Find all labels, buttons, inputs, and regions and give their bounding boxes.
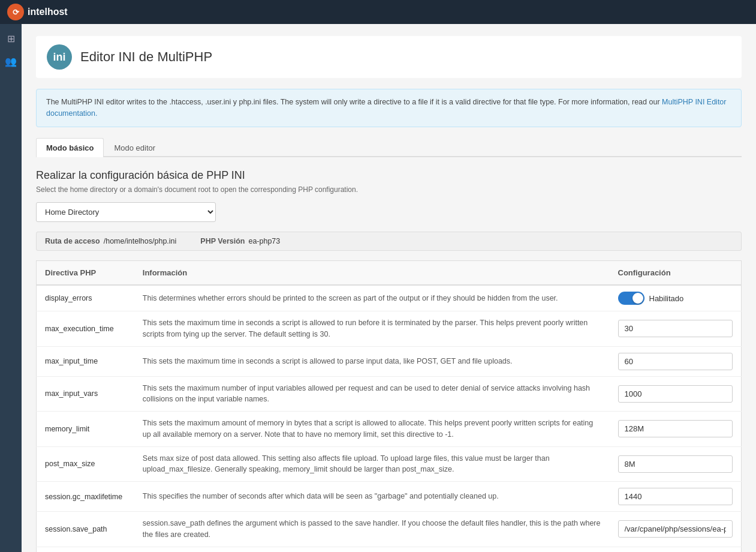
cell-config	[610, 311, 742, 347]
cell-directive: max_input_time	[37, 346, 134, 376]
main-content: ini Editor INI de MultiPHP The MultiPHP …	[22, 24, 756, 552]
cell-config	[610, 482, 742, 512]
cell-directive: upload_max_filesize	[37, 547, 134, 552]
cell-directive: session.save_path	[37, 512, 134, 547]
page-header-icon: ini	[47, 44, 72, 70]
path-bar: Ruta de acceso /home/intelhos/php.ini PH…	[36, 232, 742, 251]
table-row: session.save_pathsession.save_path defin…	[37, 512, 742, 547]
table-row: display_errorsThis determines whether er…	[37, 285, 742, 311]
cell-config	[610, 412, 742, 447]
config-input-session.gc_maxlifetime[interactable]	[618, 488, 733, 505]
cell-info: The maximum size of an uploaded file.	[134, 547, 610, 552]
cell-directive: max_execution_time	[37, 311, 134, 347]
page-header: ini Editor INI de MultiPHP	[36, 36, 742, 78]
cell-config	[610, 547, 742, 552]
sidebar-users-icon[interactable]: 👥	[2, 53, 19, 70]
config-input-max_input_time[interactable]	[618, 353, 733, 370]
config-table: Directiva PHP Información Configuración …	[36, 260, 742, 553]
table-row: max_input_timeThis sets the maximum time…	[37, 346, 742, 376]
cell-info: This sets the maximum time in seconds a …	[134, 346, 610, 376]
col-header-info: Información	[134, 260, 610, 285]
config-input-post_max_size[interactable]	[618, 455, 733, 473]
table-row: max_input_varsThis sets the maximum numb…	[37, 376, 742, 412]
col-header-directive: Directiva PHP	[37, 260, 134, 285]
info-banner: The MultiPHP INI editor writes to the .h…	[36, 89, 742, 127]
cell-config: Habilitado	[610, 285, 742, 311]
toggle-wrapper: Habilitado	[618, 292, 733, 305]
sidebar-grid-icon[interactable]: ⊞	[2, 30, 19, 47]
path-bar-ruta-label: Ruta de acceso	[45, 237, 100, 245]
path-bar-ruta: Ruta de acceso /home/intelhos/php.ini	[45, 237, 176, 245]
table-row: upload_max_filesizeThe maximum size of a…	[37, 547, 742, 552]
sidebar: ⊞ 👥	[0, 24, 22, 552]
toggle-switch[interactable]	[618, 292, 644, 305]
toggle-label: Habilitado	[649, 294, 684, 303]
cell-info: This sets the maximum number of input va…	[134, 376, 610, 412]
config-input-max_input_vars[interactable]	[618, 385, 733, 403]
cell-directive: post_max_size	[37, 446, 134, 482]
section-subtitle: Select the home directory or a domain's …	[36, 185, 742, 194]
cell-config	[610, 346, 742, 376]
col-header-config: Configuración	[610, 260, 742, 285]
logo-text: intelhost	[28, 7, 68, 17]
section-title: Realizar la configuración básica de PHP …	[36, 169, 742, 182]
directory-select[interactable]: Home Directory	[36, 202, 216, 222]
cell-directive: display_errors	[37, 285, 134, 311]
path-bar-ruta-value: /home/intelhos/php.ini	[104, 237, 177, 245]
cell-info: Sets max size of post data allowed. This…	[134, 446, 610, 482]
path-bar-php-value: ea-php73	[248, 237, 280, 245]
topbar: ⟳ intelhost	[0, 0, 756, 24]
cell-config	[610, 446, 742, 482]
cell-config	[610, 376, 742, 412]
cell-directive: session.gc_maxlifetime	[37, 482, 134, 512]
table-header-row: Directiva PHP Información Configuración	[37, 260, 742, 285]
table-row: post_max_sizeSets max size of post data …	[37, 446, 742, 482]
cell-info: This specifies the number of seconds aft…	[134, 482, 610, 512]
path-bar-php: PHP Versión ea-php73	[200, 237, 280, 245]
tabs: Modo básico Modo editor	[36, 138, 742, 157]
tab-basic[interactable]: Modo básico	[36, 138, 104, 157]
cell-info: This determines whether errors should be…	[134, 285, 610, 311]
cell-directive: max_input_vars	[37, 376, 134, 412]
cell-info: This sets the maximum time in seconds a …	[134, 311, 610, 347]
table-row: session.gc_maxlifetimeThis specifies the…	[37, 482, 742, 512]
config-input-memory_limit[interactable]	[618, 420, 733, 437]
cell-info: This sets the maximum amount of memory i…	[134, 412, 610, 447]
info-banner-text: The MultiPHP INI editor writes to the .h…	[46, 98, 662, 106]
table-row: max_execution_timeThis sets the maximum …	[37, 311, 742, 347]
tab-editor[interactable]: Modo editor	[104, 138, 165, 157]
page-title: Editor INI de MultiPHP	[80, 49, 212, 65]
cell-directive: memory_limit	[37, 412, 134, 447]
path-bar-php-label: PHP Versión	[200, 237, 245, 245]
cell-info: session.save_path defines the argument w…	[134, 512, 610, 547]
toggle-slider[interactable]	[618, 292, 644, 305]
logo-icon: ⟳	[7, 4, 24, 20]
table-row: memory_limitThis sets the maximum amount…	[37, 412, 742, 447]
cell-config	[610, 512, 742, 547]
config-input-max_execution_time[interactable]	[618, 320, 733, 337]
logo: ⟳ intelhost	[7, 4, 68, 20]
config-input-session.save_path[interactable]	[618, 520, 733, 538]
